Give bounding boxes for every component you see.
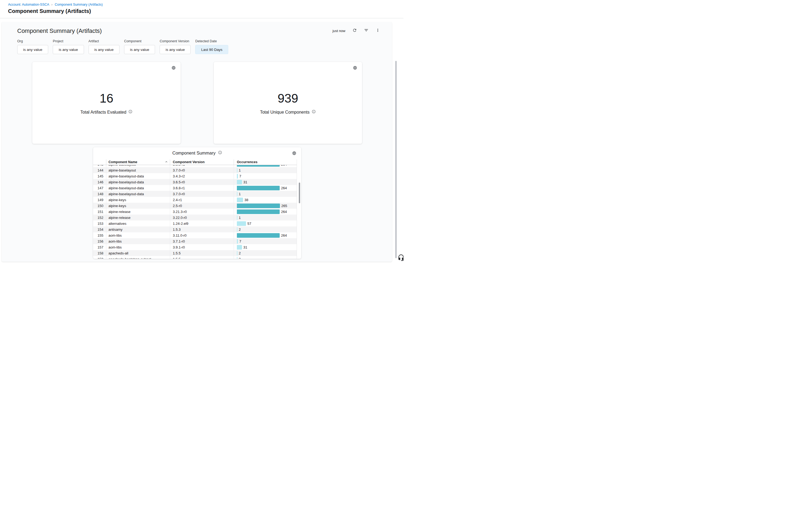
- page-scrollbar-thumb[interactable]: [395, 61, 397, 258]
- table-row[interactable]: 154 antisamy 1.5.3 2: [93, 226, 296, 232]
- filter-icon: [364, 28, 368, 33]
- occurrences-cell: 264: [234, 209, 297, 214]
- occurrences-cell: 57: [234, 221, 297, 226]
- occurrence-value: 1: [239, 192, 241, 196]
- table-row[interactable]: 157 aom-libs 3.9.1-r0 31: [93, 244, 296, 250]
- component-name-cell: aom-libs: [106, 244, 170, 250]
- occurrences-cell: 2: [234, 226, 297, 232]
- table-row[interactable]: 143 alpine-baselayout 3.6.8-r1 264: [93, 165, 296, 167]
- refresh-button[interactable]: [352, 28, 357, 33]
- table-row[interactable]: 149 alpine-keys 2.4-r1 38: [93, 197, 296, 203]
- filter-value-button[interactable]: is any value: [17, 45, 48, 54]
- component-name-cell: alternatives: [106, 221, 170, 226]
- component-version-cell: 1.5.5: [170, 256, 234, 259]
- occurrence-value: 38: [245, 198, 248, 202]
- column-header-occurrences[interactable]: Occurrences: [234, 159, 297, 165]
- occurrence-value: 2: [239, 257, 241, 259]
- column-header-component-name[interactable]: Component Name: [106, 159, 170, 165]
- table-row[interactable]: 145 alpine-baselayout-data 3.4.3-r2 7: [93, 173, 296, 179]
- component-name-cell: alpine-baselayout-data: [106, 173, 170, 179]
- occurrence-value: 1: [239, 168, 241, 172]
- occurrence-bar: [237, 251, 237, 255]
- table-row[interactable]: 152 alpine-release 3.22.0-r0 1: [93, 214, 296, 221]
- occurrences-cell: 265: [234, 203, 297, 209]
- filter-group: Artifact is any value: [89, 39, 119, 54]
- filter-value-button[interactable]: Last 90 Days: [195, 45, 228, 54]
- page-title: Component Summary (Artifacts): [8, 8, 91, 14]
- info-icon[interactable]: [218, 151, 222, 156]
- component-name-cell: alpine-keys: [106, 203, 170, 209]
- occurrences-cell: 38: [234, 197, 297, 203]
- component-name-cell: alpine-release: [106, 209, 170, 214]
- occurrence-bar: [237, 186, 280, 190]
- occurrence-bar: [237, 233, 280, 238]
- occurrences-cell: 264: [234, 232, 297, 238]
- globe-icon: [292, 151, 296, 156]
- occurrence-bar: [237, 197, 243, 202]
- component-name-cell: antisamy: [106, 226, 170, 232]
- stat-label-text: Total Artifacts Evaluated: [80, 110, 127, 115]
- stat-value: 939: [277, 91, 298, 106]
- component-version-cell: 3.6.8-r1: [170, 165, 234, 167]
- table-title-row: Component Summary: [93, 151, 301, 156]
- component-version-cell: 1.5.3: [170, 226, 234, 232]
- row-index: 156: [93, 238, 106, 244]
- globe-icon: [171, 66, 176, 71]
- more-options-button[interactable]: [376, 28, 380, 33]
- occurrence-value: 31: [243, 245, 247, 249]
- component-version-cell: 3.7.1-r0: [170, 238, 234, 244]
- row-index: 152: [93, 214, 106, 221]
- table-row[interactable]: 159 apacheds-bootstrap-extract 1.5.5 2: [93, 256, 296, 259]
- filter-label: Component: [124, 39, 155, 43]
- filter-value-button[interactable]: is any value: [124, 45, 155, 54]
- occurrence-bar: [237, 180, 242, 185]
- table-scrollbar-thumb[interactable]: [299, 183, 300, 203]
- breadcrumb-account-link[interactable]: Account: Automation-SSCA: [8, 3, 49, 6]
- filter-value-button[interactable]: is any value: [53, 45, 84, 54]
- filter-label: Org: [17, 39, 48, 43]
- filter-value-button[interactable]: is any value: [89, 45, 119, 54]
- stat-label: Total Artifacts Evaluated: [80, 110, 133, 115]
- table-row[interactable]: 151 alpine-release 3.21.3-r0 264: [93, 209, 296, 214]
- stat-label: Total Unique Components: [260, 110, 316, 115]
- row-index: 151: [93, 209, 106, 214]
- table-row[interactable]: 155 aom-libs 3.11.0-r0 264: [93, 232, 296, 238]
- column-header-component-version[interactable]: Component Version: [170, 159, 234, 165]
- table-row[interactable]: 156 aom-libs 3.7.1-r0 7: [93, 238, 296, 244]
- table-row[interactable]: 144 alpine-baselayout 3.7.0-r0 1: [93, 167, 296, 173]
- component-name-cell: aom-libs: [106, 232, 170, 238]
- component-name-cell: alpine-baselayout: [106, 167, 170, 173]
- row-index: 155: [93, 232, 106, 238]
- occurrences-cell: 1: [234, 191, 297, 197]
- support-headset-icon[interactable]: [398, 254, 404, 261]
- info-icon[interactable]: [312, 110, 316, 115]
- breadcrumb-page-link[interactable]: Component Summary (Artifacts): [55, 3, 103, 6]
- table-row[interactable]: 146 alpine-baselayout-data 3.6.5-r0 31: [93, 179, 296, 185]
- row-index: 145: [93, 173, 106, 179]
- table-row[interactable]: 158 apacheds-all 1.5.5 2: [93, 250, 296, 256]
- sort-ascending-icon: [165, 160, 168, 165]
- occurrence-bar: [237, 165, 280, 167]
- occurrence-bar: [237, 239, 238, 244]
- refresh-icon: [352, 28, 357, 33]
- filter-value-button[interactable]: is any value: [160, 45, 191, 54]
- occurrence-bar: [237, 221, 246, 226]
- row-index: 148: [93, 191, 106, 197]
- dashboard-title: Component Summary (Artifacts): [17, 27, 102, 35]
- table-row[interactable]: 148 alpine-baselayout-data 3.7.0-r0 1: [93, 191, 296, 197]
- table-row[interactable]: 150 alpine-keys 2.5-r0 265: [93, 203, 296, 209]
- table-row[interactable]: 147 alpine-baselayout-data 3.6.8-r1 264: [93, 185, 296, 191]
- dashboard-panel: Component Summary (Artifacts) just now O…: [2, 22, 392, 262]
- filter-bar: Org is any value Project is any value Ar…: [17, 39, 228, 54]
- occurrences-cell: 7: [234, 173, 297, 179]
- occurrence-bar: [237, 245, 242, 250]
- component-version-cell: 3.7.0-r0: [170, 191, 234, 197]
- row-index: 159: [93, 256, 106, 259]
- table-row[interactable]: 153 alternatives 1.24-2.el9 57: [93, 221, 296, 226]
- breadcrumb: Account: Automation-SSCA › Component Sum…: [8, 2, 103, 6]
- occurrence-value: 2: [239, 251, 241, 255]
- info-icon[interactable]: [129, 110, 132, 115]
- component-version-cell: 1.24-2.el9: [170, 221, 234, 226]
- stat-value: 16: [100, 91, 113, 106]
- filter-toggle-button[interactable]: [364, 28, 368, 33]
